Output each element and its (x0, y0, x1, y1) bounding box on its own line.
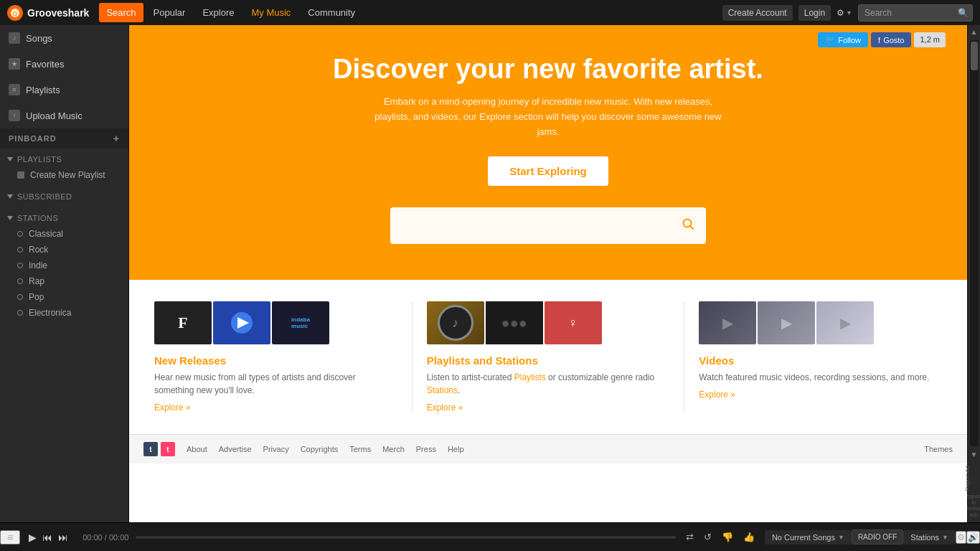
nav-search[interactable]: Search (99, 3, 143, 22)
videos-title[interactable]: Videos (699, 354, 942, 367)
volume-button[interactable]: 🔊 (966, 531, 980, 544)
favorites-icon: ★ (9, 58, 20, 70)
subscribed-triangle-icon (7, 194, 13, 199)
repeat-button[interactable]: ↺ (701, 530, 715, 544)
playlists-link[interactable]: Playlists (514, 372, 546, 382)
create-new-playlist-item[interactable]: Create New Playlist (0, 167, 128, 183)
footer-advertise[interactable]: Advertise (219, 445, 252, 453)
station-rap[interactable]: Rap (0, 273, 128, 289)
station-classical[interactable]: Classical (0, 226, 128, 242)
stations-section-header[interactable]: STATIONS (0, 210, 128, 226)
playlists-section-label: PLAYLISTS (17, 155, 62, 164)
nav-popular[interactable]: Popular (146, 3, 193, 22)
station-indie-label: Indie (29, 260, 47, 270)
card-divider-2 (684, 301, 684, 413)
scroll-thumb[interactable] (971, 42, 978, 70)
new-releases-explore-link[interactable]: Explore » (154, 402, 191, 413)
player-settings-button[interactable]: ⚙ (956, 531, 966, 544)
new-releases-title[interactable]: New Releases (154, 354, 397, 367)
sidebar-songs-label: Songs (26, 33, 52, 44)
thumbsup-button[interactable]: 👍 (740, 530, 758, 544)
playlists-stations-title[interactable]: Playlists and Stations (427, 354, 670, 367)
thumbsdown-button[interactable]: 👎 (719, 530, 736, 544)
station-rock[interactable]: Rock (0, 242, 128, 258)
footer-copyrights[interactable]: Copyrights (301, 445, 339, 453)
no-songs-dropdown-arrow: ▼ (838, 534, 844, 541)
play-button[interactable]: ▶ (29, 532, 37, 543)
radio-off-button[interactable]: RADIO OFF (852, 529, 903, 545)
sidebar-item-upload[interactable]: ↑ Upload Music (0, 103, 128, 128)
videos-explore-link[interactable]: Explore » (699, 390, 735, 400)
pinboard-add-button[interactable]: + (113, 133, 120, 144)
footer-about[interactable]: About (187, 445, 207, 453)
stations-button[interactable]: Stations ▼ (903, 530, 956, 545)
footer-tumblr-icon[interactable]: t (143, 442, 158, 456)
gear-icon: ⚙ (837, 8, 844, 18)
sidebar-item-playlists[interactable]: ≡ Playlists (0, 77, 128, 103)
prev-button[interactable]: ⏮ (42, 532, 52, 543)
station-dot-icon (17, 278, 23, 284)
playlists-stations-card: ♪ ●●● ♀ Playlists and Stations Listen to… (416, 301, 681, 413)
time-display: 00:00 / 00:00 (83, 533, 128, 542)
settings-button[interactable]: ⚙ ▼ (837, 8, 852, 18)
follow-button[interactable]: 🐦 Follow (818, 32, 868, 47)
top-navigation: G Grooveshark Search Popular Explore My … (0, 0, 980, 25)
svg-line-3 (690, 226, 693, 229)
footer-merch[interactable]: Merch (382, 445, 405, 453)
create-playlist-label: Create New Playlist (30, 170, 105, 180)
player-controls: ▶ ⏮ ⏭ (20, 532, 77, 543)
subscribed-section-header[interactable]: SUBSCRIBED (0, 189, 128, 204)
hero-search-button[interactable] (672, 209, 705, 242)
social-count: 1,2 m (914, 32, 946, 47)
footer-help[interactable]: Help (448, 445, 464, 453)
thumb-v2: ▶ (758, 301, 815, 344)
hero-section: 🐦 Follow f Gosto 1,2 m Discover your new… (129, 25, 967, 280)
station-pop[interactable]: Pop (0, 289, 128, 305)
videos-card: ▶ ▶ ▶ Videos Watch featured music videos… (688, 301, 953, 413)
playlists-stations-explore-link[interactable]: Explore » (427, 402, 463, 413)
settings-dropdown-arrow: ▼ (846, 9, 852, 17)
create-account-button[interactable]: Create Account (722, 5, 793, 21)
stations-link[interactable]: Stations (427, 385, 458, 395)
station-rock-label: Rock (29, 245, 48, 255)
top-search-input[interactable] (858, 4, 973, 22)
report-ad-link[interactable]: Report Ad (963, 464, 972, 493)
thumb-indaba-icon: indabamusic (272, 301, 329, 344)
progress-bar[interactable] (136, 536, 676, 539)
player-right-controls: ⇄ ↺ 👎 👍 (683, 530, 758, 544)
footer-press[interactable]: Press (416, 445, 436, 453)
station-indie[interactable]: Indie (0, 258, 128, 273)
hero-search-bar (390, 207, 706, 244)
nav-explore[interactable]: Explore (195, 3, 241, 22)
nav-my-music[interactable]: My Music (244, 3, 298, 22)
login-button[interactable]: Login (798, 5, 831, 21)
footer-privacy[interactable]: Privacy (263, 445, 289, 453)
next-button[interactable]: ⏭ (58, 532, 68, 543)
scroll-track[interactable] (970, 40, 979, 446)
footer-terms[interactable]: Terms (349, 445, 371, 453)
app-logo[interactable]: G Grooveshark (7, 5, 89, 21)
station-electronica[interactable]: Electronica (0, 305, 128, 321)
playlists-stations-images: ♪ ●●● ♀ (427, 301, 670, 344)
footer-tumblr2-icon[interactable]: t (161, 442, 175, 456)
station-dot-icon (17, 231, 23, 237)
sidebar-upload-label: Upload Music (26, 110, 83, 121)
playlists-section-header[interactable]: PLAYLISTS (0, 151, 128, 167)
shuffle-button[interactable]: ⇄ (683, 530, 697, 544)
scroll-up-arrow[interactable]: ▲ (968, 25, 980, 39)
thumb-ps1: ♪ (427, 301, 484, 344)
scroll-down-arrow[interactable]: ▼ (968, 448, 980, 461)
new-releases-card: F indabamusic New Releases Hear new musi… (143, 301, 408, 413)
start-exploring-button[interactable]: Start Exploring (488, 156, 608, 186)
playlists-icon: ≡ (9, 84, 20, 95)
sidebar-item-songs[interactable]: ♪ Songs (0, 25, 128, 51)
gosto-label: Gosto (883, 36, 904, 44)
no-current-songs-area[interactable]: No Current Songs ▼ (765, 530, 852, 545)
top-search-icon: 🔍 (958, 8, 969, 18)
queue-toggle-button[interactable]: ≡ (0, 530, 20, 545)
hero-search-input[interactable] (392, 212, 672, 240)
gosto-button[interactable]: f Gosto (871, 32, 911, 47)
sidebar-item-favorites[interactable]: ★ Favorites (0, 51, 128, 77)
themes-button[interactable]: Themes (924, 445, 953, 453)
nav-community[interactable]: Community (301, 3, 362, 22)
